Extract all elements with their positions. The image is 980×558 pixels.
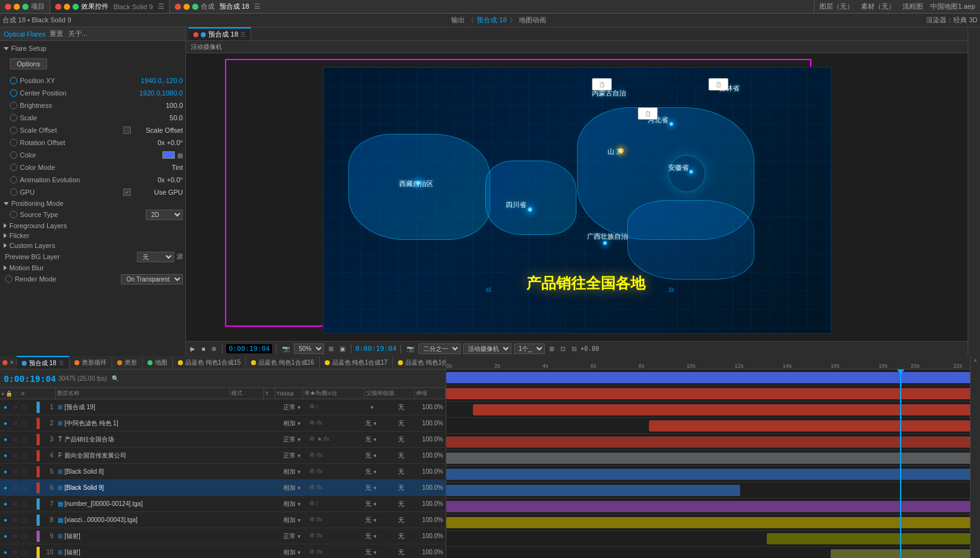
shy-2[interactable]: ◌ (19, 420, 28, 427)
shy-4[interactable]: ◌ (19, 452, 28, 459)
eyeball-8[interactable]: ● (0, 516, 11, 523)
options-button[interactable]: Options (10, 58, 47, 69)
trk-4[interactable]: 无 (359, 451, 384, 460)
trk-9[interactable]: 无 (359, 532, 384, 541)
parent-3[interactable]: 无 (384, 435, 418, 444)
lock-4[interactable]: ○ (11, 452, 20, 459)
shy-9[interactable]: ◌ (19, 533, 28, 539)
tl-close[interactable] (2, 360, 7, 365)
position-xy-value[interactable]: 1940.0,-120.0 (133, 77, 183, 84)
channel-select[interactable]: 二分之一 (418, 343, 461, 354)
parent-10[interactable]: 无 (384, 548, 418, 557)
tl-tab-morph[interactable]: 类形 (112, 356, 143, 369)
mode-10[interactable]: 相加 (275, 548, 309, 557)
trk-2[interactable]: 无 (359, 419, 384, 428)
name-4[interactable]: 面向全国宣传发展公司 (64, 451, 275, 460)
min-btn-3[interactable] (183, 4, 190, 10)
camera-select[interactable]: 活动摄像机 (463, 343, 511, 354)
min-btn-2[interactable] (64, 4, 70, 10)
shy-1[interactable]: ◌ (19, 404, 28, 410)
shy-3[interactable]: ◌ (19, 436, 28, 443)
camera-icon[interactable]: 📷 (280, 345, 291, 353)
opacity-6[interactable]: 100.0% (418, 484, 446, 491)
preview-stop-btn[interactable]: ■ (200, 345, 207, 353)
mode-9[interactable]: 正常 (275, 532, 309, 541)
lock-6[interactable]: ○ (11, 484, 20, 491)
parent-5[interactable]: 无 (384, 467, 418, 476)
viewer-area[interactable]: 西藏自治区 四川省 山 东 河北省 内蒙古自治 吉林省 安徽省 广西壮族自治 📋… (186, 53, 968, 341)
max-btn[interactable] (22, 4, 29, 10)
opacity-8[interactable]: 100.0% (418, 516, 446, 523)
shy-6[interactable]: ◌ (19, 484, 28, 491)
lock-9[interactable]: ○ (11, 533, 20, 539)
opacity-3[interactable]: 100.0% (418, 436, 446, 443)
parent-6[interactable]: 无 (384, 484, 418, 492)
eyeball-1[interactable]: ● (0, 404, 11, 410)
viewer-tab-precomp18[interactable]: 预合成 18 ☰ (188, 27, 251, 41)
active-comp-breadcrumb[interactable]: 预合成 18 (477, 16, 506, 25)
tl-tab-precomp18[interactable]: 预合成 18 ☰ (17, 356, 69, 369)
map-comp-name[interactable]: 地图动画 (519, 16, 546, 25)
center-pos-value[interactable]: 1920.0,1080.0 (133, 89, 183, 97)
parent-2[interactable]: 无 (384, 419, 418, 428)
close-btn-3[interactable] (175, 4, 181, 10)
shy-7[interactable]: ◌ (19, 500, 28, 507)
tab-menu-1[interactable]: ☰ (241, 32, 245, 38)
mode-3[interactable]: 正常 (275, 435, 309, 444)
trk-3[interactable]: 无 (359, 435, 384, 444)
reset-tab[interactable]: 重置 (50, 29, 63, 38)
motion-blur-section[interactable]: Motion Blur (0, 263, 185, 273)
scale-offset-checkbox[interactable] (123, 126, 131, 134)
about-tab[interactable]: 关于... (68, 29, 87, 38)
eyeball-6[interactable]: ● (0, 484, 11, 491)
custom-layers-section[interactable]: Custom Layers (0, 241, 185, 250)
mode-6[interactable]: 相加 (275, 484, 309, 492)
close-btn-2[interactable] (55, 4, 61, 10)
opacity-7[interactable]: 100.0% (418, 500, 446, 507)
guides-btn[interactable]: ⊟ (570, 345, 578, 353)
mode-4[interactable]: 正常 (275, 451, 309, 460)
parent-1[interactable]: 无 (384, 403, 418, 412)
mode-5[interactable]: 相加 (275, 467, 309, 476)
foreground-section[interactable]: Foreground Layers (0, 221, 185, 231)
opacity-4[interactable]: 100.0% (418, 452, 446, 459)
tl-tab-blue4[interactable]: 品蓝色 纯色1合成18 (393, 356, 446, 369)
snapshot-btn[interactable]: 📷 (405, 345, 416, 353)
source-type-select[interactable]: 2D 3D (146, 210, 183, 220)
name-9[interactable]: [辐射] (64, 532, 275, 541)
opacity-10[interactable]: 100.0% (418, 549, 446, 556)
eyeball-3[interactable]: ● (0, 436, 11, 443)
eyeball-2[interactable]: ● (0, 420, 11, 427)
mode-1[interactable]: 正常 (275, 403, 309, 412)
comp-panel-menu[interactable]: ☰ (254, 2, 260, 11)
flare-setup-section[interactable]: Flare Setup (0, 43, 185, 53)
tab-close-1[interactable] (193, 32, 198, 37)
tl-tab-blue1[interactable]: 品蓝色 纯色1合成15 (173, 356, 246, 369)
lock-5[interactable]: ○ (11, 468, 20, 475)
opacity-9[interactable]: 100.0% (418, 533, 446, 539)
eyeball-5[interactable]: ● (0, 468, 11, 475)
brightness-value[interactable]: 100.0 (133, 102, 183, 109)
eyeball-10[interactable]: ● (0, 549, 11, 556)
positioning-section[interactable]: Positioning Mode (0, 198, 185, 208)
close-btn[interactable] (5, 4, 11, 10)
panel-menu-icon[interactable]: ☰ (158, 2, 164, 11)
scale-value[interactable]: 50.0 (133, 114, 183, 122)
name-5[interactable]: [Black Solid 8] (64, 468, 275, 475)
name-10[interactable]: [辐射] (64, 548, 275, 557)
rotation-value[interactable]: 0x +0.0° (133, 139, 183, 146)
tl-tab-blue3[interactable]: 品蓝色 纯色1合成17 (320, 356, 393, 369)
color-swatch[interactable] (162, 151, 175, 159)
lock-1[interactable]: ○ (11, 404, 20, 410)
lock-2[interactable]: ○ (11, 420, 20, 427)
preview-play-btn[interactable]: ▶ (188, 345, 197, 353)
name-1[interactable]: [预合成 19] (64, 403, 275, 412)
trk-5[interactable]: 无 (359, 467, 384, 476)
flicker-section[interactable]: Flicker (0, 231, 185, 241)
timeline-timecode[interactable]: 0:00:19:04 (4, 374, 56, 384)
opacity-1[interactable]: 100.0% (418, 404, 446, 410)
eyeball-4[interactable]: ● (0, 452, 11, 459)
eyeball-9[interactable]: ● (0, 533, 11, 539)
color-mode-value[interactable]: Tint (133, 164, 183, 171)
viewer-timecode[interactable]: 0:00:19:04 (226, 344, 272, 353)
